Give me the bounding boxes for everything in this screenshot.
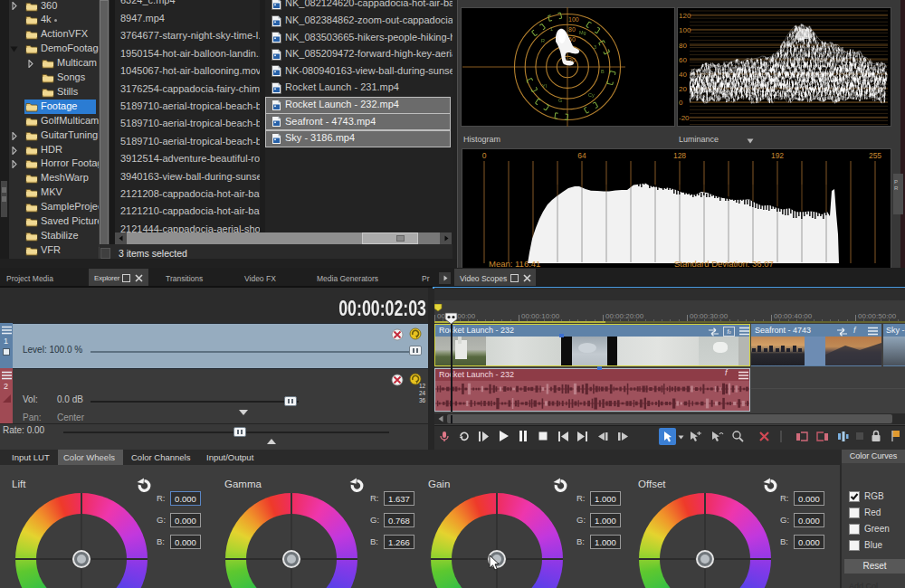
svg-text:0: 0 [679, 99, 683, 107]
svg-text:120: 120 [679, 12, 691, 20]
svg-text:64: 64 [577, 151, 586, 160]
svg-text:0: 0 [482, 151, 487, 160]
svg-text:Mg: Mg [579, 30, 586, 35]
svg-text:R: R [541, 38, 545, 43]
svg-text:255: 255 [869, 151, 881, 160]
svg-text:128: 128 [673, 151, 686, 160]
svg-text:G: G [558, 98, 562, 103]
svg-text:3: 3 [594, 44, 596, 50]
svg-text:40: 40 [679, 71, 687, 79]
svg-text:Yl: Yl [542, 83, 547, 89]
svg-text:20: 20 [679, 85, 687, 93]
svg-text:192: 192 [771, 151, 784, 160]
svg-text:100: 100 [568, 16, 579, 23]
svg-text:1: 1 [550, 26, 553, 32]
svg-text:100: 100 [679, 26, 691, 34]
svg-text:60: 60 [679, 56, 687, 64]
svg-text:80: 80 [679, 42, 687, 50]
svg-text:B: B [601, 69, 605, 74]
svg-text:-20: -20 [679, 114, 690, 122]
svg-text:Cy: Cy [588, 92, 595, 98]
svg-text:80: 80 [568, 26, 576, 33]
